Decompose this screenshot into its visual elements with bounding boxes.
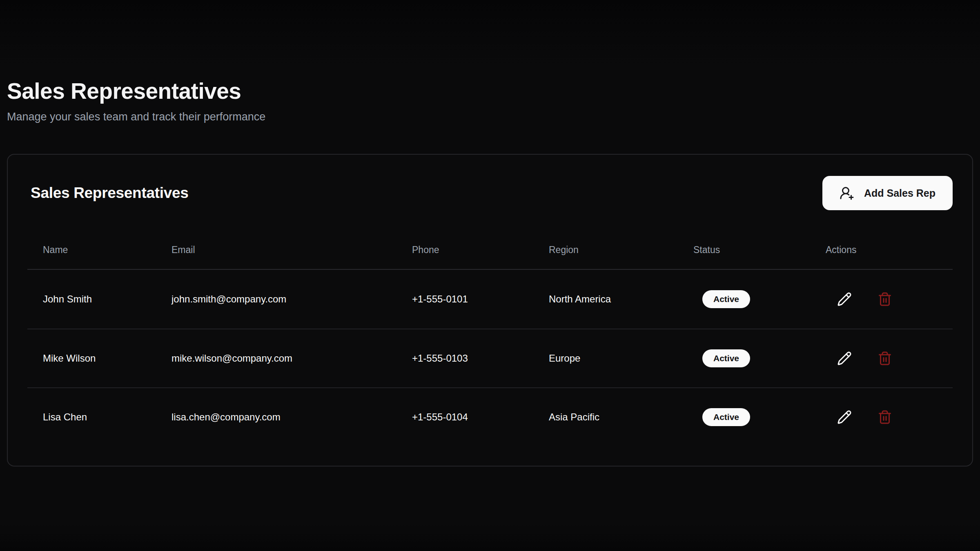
table-header-row: NameEmailPhoneRegionStatusActions xyxy=(27,231,953,270)
cell-actions xyxy=(826,408,953,426)
cell-region: North America xyxy=(549,293,693,305)
cell-name: John Smith xyxy=(43,293,172,305)
trash-icon xyxy=(878,351,892,366)
table-row: Mike Wilson mike.wilson@company.com +1-5… xyxy=(27,329,953,387)
column-header: Actions xyxy=(826,244,953,256)
column-header: Name xyxy=(43,244,172,256)
card-header: Sales Representatives Add Sales Rep xyxy=(8,155,972,210)
pencil-icon xyxy=(837,351,852,366)
status-badge: Active xyxy=(702,408,750,426)
column-header: Region xyxy=(549,244,693,256)
edit-button[interactable] xyxy=(835,408,853,426)
cell-email: lisa.chen@company.com xyxy=(172,411,412,423)
delete-button[interactable] xyxy=(876,408,894,426)
cell-phone: +1-555-0103 xyxy=(412,353,549,364)
column-header: Email xyxy=(172,244,412,256)
column-header: Phone xyxy=(412,244,549,256)
cell-region: Asia Pacific xyxy=(549,411,693,423)
cell-name: Mike Wilson xyxy=(43,353,172,364)
edit-button[interactable] xyxy=(835,349,853,367)
table-body: John Smith john.smith@company.com +1-555… xyxy=(27,270,953,446)
add-sales-rep-label: Add Sales Rep xyxy=(864,187,935,199)
table-row: John Smith john.smith@company.com +1-555… xyxy=(27,270,953,329)
table-row: Lisa Chen lisa.chen@company.com +1-555-0… xyxy=(27,387,953,446)
cell-name: Lisa Chen xyxy=(43,411,172,423)
cell-region: Europe xyxy=(549,353,693,364)
add-sales-rep-button[interactable]: Add Sales Rep xyxy=(822,176,953,210)
cell-email: john.smith@company.com xyxy=(172,293,412,305)
cell-status: Active xyxy=(693,408,826,426)
status-badge: Active xyxy=(702,349,750,367)
cell-status: Active xyxy=(693,290,826,308)
page: Sales Representatives Manage your sales … xyxy=(0,0,980,551)
card-title: Sales Representatives xyxy=(31,184,189,202)
delete-button[interactable] xyxy=(876,349,894,367)
cell-phone: +1-555-0104 xyxy=(412,411,549,423)
edit-button[interactable] xyxy=(835,290,853,308)
page-title: Sales Representatives xyxy=(7,78,973,104)
sales-reps-card: Sales Representatives Add Sales Rep Name… xyxy=(7,154,973,467)
cell-actions xyxy=(826,290,953,308)
user-plus-icon xyxy=(840,186,854,200)
column-header: Status xyxy=(693,244,826,256)
pencil-icon xyxy=(837,292,852,307)
delete-button[interactable] xyxy=(876,290,894,308)
cell-phone: +1-555-0101 xyxy=(412,293,549,305)
cell-email: mike.wilson@company.com xyxy=(172,353,412,364)
trash-icon xyxy=(878,292,892,307)
sales-reps-table: NameEmailPhoneRegionStatusActions John S… xyxy=(27,231,953,446)
cell-status: Active xyxy=(693,349,826,367)
status-badge: Active xyxy=(702,290,750,308)
cell-actions xyxy=(826,349,953,367)
page-subtitle: Manage your sales team and track their p… xyxy=(7,109,973,124)
trash-icon xyxy=(878,410,892,424)
pencil-icon xyxy=(837,410,852,424)
